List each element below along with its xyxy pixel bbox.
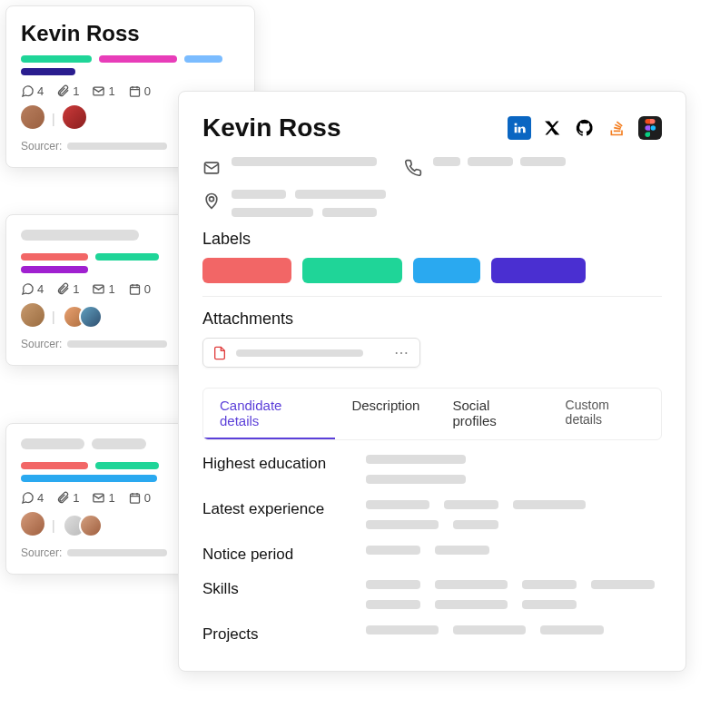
placeholder-bar [522,580,577,589]
detail-content [366,546,662,555]
detail-row: Highest education [202,455,662,484]
placeholder-bar [522,600,577,609]
tag-pill [95,462,159,469]
detail-label: Latest experience [202,500,366,518]
svg-rect-3 [130,285,139,294]
contact-row [202,157,662,186]
tag-pill [21,253,88,261]
tag-pill [21,266,88,273]
tab-candidate-details[interactable]: Candidate details [203,389,335,439]
placeholder-bar [444,500,498,509]
tag-pill [21,475,157,482]
detail-row: Latest experience [202,500,662,529]
sourcer-label: Sourcer: [21,140,62,152]
placeholder-bar [435,580,508,589]
github-icon[interactable] [573,116,597,140]
tabs: Candidate detailsDescriptionSocial profi… [202,388,662,440]
placeholder-bar [67,549,167,556]
svg-rect-1 [130,87,139,96]
placeholder-bar [453,625,526,635]
avatar[interactable] [79,514,103,537]
detail-row: Skills [202,580,662,609]
comments-stat: 4 [21,84,44,98]
label-pill[interactable] [491,258,586,283]
placeholder-bar [322,208,377,217]
tab-description[interactable]: Description [335,389,436,439]
attachment-stat: 1 [56,282,79,296]
comments-stat: 4 [21,491,44,505]
comment-icon [21,491,35,505]
avatar[interactable] [63,105,86,129]
tab-custom-details[interactable]: Custom details [549,389,661,439]
placeholder-bar [295,190,386,199]
tag-pill [184,55,222,63]
divider [202,296,662,297]
detail-content [366,625,662,635]
avatar-separator: | [52,518,55,533]
placeholder-bar [92,438,146,449]
calendar-icon [128,491,142,505]
placeholder-bar [232,190,286,199]
avatar-separator: | [52,112,55,126]
message-stat: 1 [92,282,114,296]
placeholder-bar [21,438,84,449]
candidate-detail-panel: Kevin Ross [178,91,686,672]
placeholder-bar [366,520,439,529]
detail-content [366,455,662,484]
svg-point-6 [651,125,656,131]
placeholder-bar [366,455,466,464]
avatar[interactable] [21,303,44,327]
location-icon [202,192,221,210]
label-pill[interactable] [413,258,480,283]
tag-row [21,55,240,63]
schedule-stat: 0 [128,84,151,98]
placeholder-bar [513,500,586,509]
attachments-heading: Attachments [202,310,662,329]
detail-label: Highest education [202,455,366,473]
schedule-stat: 0 [128,282,151,296]
tab-social-profiles[interactable]: Social profiles [436,389,548,439]
placeholder-bar [366,625,439,635]
placeholder-bar [67,340,167,348]
detail-label: Skills [202,580,366,598]
tag-pill [21,462,88,469]
avatar[interactable] [79,305,103,329]
message-stat: 1 [92,84,114,98]
detail-content [366,580,662,609]
detail-label: Projects [202,625,366,644]
placeholder-bar [366,475,466,484]
comments-stat: 4 [21,282,44,296]
file-icon [212,346,227,360]
avatar[interactable] [21,105,44,129]
linkedin-icon[interactable] [508,116,531,140]
labels-heading: Labels [202,230,662,249]
mail-icon [92,491,105,505]
detail-row: Notice period [202,546,662,564]
sourcer-label: Sourcer: [21,546,62,559]
x-icon[interactable] [540,116,564,140]
detail-content [366,500,662,529]
calendar-icon [128,84,142,98]
location-row [202,190,662,217]
tag-row [21,68,240,75]
avatar[interactable] [21,512,44,536]
paperclip-icon [56,282,70,296]
label-pill[interactable] [302,258,402,283]
svg-rect-5 [130,494,139,503]
placeholder-bar [540,625,604,635]
placeholder-bar [67,143,167,150]
placeholder-bar [366,600,420,609]
figma-icon[interactable] [638,116,662,140]
label-pill[interactable] [202,258,291,283]
comment-icon [21,84,35,98]
sourcer-label: Sourcer: [21,338,62,350]
detail-row: Projects [202,625,662,644]
social-icons [508,116,662,140]
attachment-menu-button[interactable]: ⋯ [394,344,410,361]
placeholder-bar [435,600,508,609]
placeholder-bar [366,500,429,509]
stackoverflow-icon[interactable] [606,116,629,140]
tag-pill [21,68,75,75]
attachment-item[interactable]: ⋯ [202,338,420,368]
label-pills [202,258,662,283]
